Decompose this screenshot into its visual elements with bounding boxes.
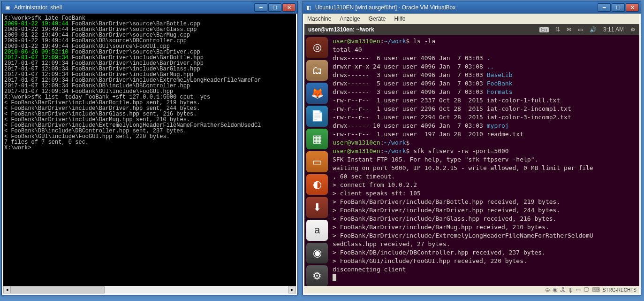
- usb-icon: ψ: [568, 286, 573, 293]
- scroll-thumb[interactable]: [11, 286, 105, 293]
- vb-titlebar[interactable]: ◧ Ubuntu1310EN [wird ausgeführt] - Oracl…: [303, 1, 641, 14]
- terminal-line: disconnecting client: [333, 265, 636, 274]
- terminal-line: -rw-r--r-- 1 user user 2337 Oct 28 2015 …: [333, 96, 636, 105]
- terminal-line: > FooBank/BarDriver/include/BarBottle.hp…: [333, 198, 636, 206]
- terminal-line: > FooBank/BarDriver/include/ExtremelyLon…: [333, 232, 636, 240]
- terminal-line: > FooBank/BarDriver/include/BarGlass.hpp…: [333, 215, 636, 223]
- cmd-console[interactable]: X:\work>sfk late FooBank2009-01-22 19:49…: [3, 14, 296, 286]
- menu-geraete[interactable]: Geräte: [369, 15, 386, 22]
- close-button[interactable]: ✕: [282, 3, 295, 12]
- virtualbox-window: ◧ Ubuntu1310EN [wird ausgeführt] - Oracl…: [303, 1, 641, 295]
- terminal-line: user@vm1310en:~/work$ sfk sftserv -rw -p…: [333, 147, 636, 155]
- shared-folder-icon: ▭: [576, 286, 581, 293]
- display-icon: 🖵: [583, 286, 589, 293]
- mail-icon[interactable]: ✉: [567, 26, 571, 33]
- calc-icon[interactable]: ▦: [306, 129, 328, 150]
- console-line: X:\work>: [4, 145, 295, 151]
- terminal-line: -rw-r--r-- 1 user user 197 Jan 28 2010 r…: [333, 130, 636, 139]
- vb-title: Ubuntu1310EN [wird ausgeführt] - Oracle …: [315, 4, 598, 11]
- keyboard-layout-indicator[interactable]: En: [539, 27, 549, 32]
- ubuntu-one-icon[interactable]: ◐: [306, 174, 328, 195]
- menu-maschine[interactable]: Maschine: [307, 15, 331, 22]
- virtualbox-icon: ◧: [305, 4, 312, 11]
- terminal-line: waiting on port 5000, IP 10.0.2.15 - wri…: [333, 164, 636, 172]
- terminal-line: drwx------ 10 user user 4096 Jan 7 03:03…: [333, 122, 636, 130]
- software-center-icon[interactable]: ⬇: [306, 197, 328, 218]
- terminal-line: drwx------ 3 user user 4096 Jan 7 03:03 …: [333, 88, 636, 96]
- terminal-line: drwx------ 6 user user 4096 Jan 7 03:03 …: [333, 54, 636, 62]
- gnome-topbar[interactable]: user@vm1310en: ~/work En ⇅ ✉ ▭ 🔊 3:11 AM…: [304, 24, 639, 35]
- terminal-line: drwx------ 3 user user 4096 Jan 7 03:03 …: [333, 71, 636, 79]
- terminal-line: SFK Instant FTP 105. For help, type "sfk…: [333, 155, 636, 164]
- terminal-line: > FooBank/BarDriver/include/BarDriver.hp…: [333, 206, 636, 215]
- terminal-line: > FooBank/BarDriver/include/BarMug.hpp r…: [333, 223, 636, 232]
- host-key-label: STRG-RECHTS: [603, 287, 636, 293]
- close-button[interactable]: ✕: [626, 3, 639, 12]
- battery-icon[interactable]: ▭: [578, 26, 583, 33]
- impress-icon[interactable]: ▭: [306, 151, 328, 172]
- horizontal-scrollbar[interactable]: ◄ ►: [3, 286, 296, 293]
- vb-statusbar: ⛀ ◉ 🖧 ψ ▭ 🖵 ⌨ STRG-RECHTS: [304, 286, 639, 293]
- gnome-window-title: user@vm1310en: ~/work: [308, 26, 533, 33]
- cmd-window: ▣ Administrator: shell ━ ☐ ✕ X:\work>sfk…: [1, 1, 298, 295]
- terminal-line: sedClass.hpp received, 27 bytes.: [333, 240, 636, 248]
- terminal-line: , 60 sec timeout.: [333, 172, 636, 181]
- minimize-button[interactable]: ━: [254, 3, 267, 12]
- terminal-line: user@vm1310en:~/work$: [333, 139, 636, 147]
- amazon-icon[interactable]: a: [306, 220, 328, 241]
- firefox-icon[interactable]: 🦊: [306, 83, 328, 104]
- dash-icon[interactable]: ◎: [306, 37, 328, 58]
- scroll-left-button[interactable]: ◄: [3, 286, 11, 293]
- writer-icon[interactable]: 📄: [306, 106, 328, 127]
- mouse-capture-icon: ⌨: [592, 286, 600, 293]
- vb-menubar: Maschine Anzeige Geräte Hilfe: [304, 14, 639, 24]
- files-icon[interactable]: 🗂: [306, 60, 328, 81]
- terminal-line: -rw-r--r-- 1 user user 2296 Oct 28 2015 …: [333, 105, 636, 113]
- network-icon[interactable]: ⇅: [555, 26, 560, 33]
- console-line: 7 files of 7 sent, 0 sec.: [4, 139, 295, 145]
- cmd-title: Administrator: shell: [14, 4, 254, 11]
- unity-launcher: ◎ 🗂 🦊 📄 ▦ ▭ ◐ ⬇ a ◉ ⚙: [304, 35, 330, 286]
- cmd-icon: ▣: [4, 4, 11, 11]
- hd-icon: ⛀: [545, 286, 550, 293]
- terminal-line: > client speaks sft: 105: [333, 189, 636, 198]
- cmd-titlebar[interactable]: ▣ Administrator: shell ━ ☐ ✕: [2, 1, 297, 14]
- scroll-track[interactable]: [11, 286, 288, 293]
- gear-icon[interactable]: ⚙: [630, 26, 636, 33]
- menu-anzeige[interactable]: Anzeige: [340, 15, 360, 22]
- clock[interactable]: 3:11 AM: [603, 26, 624, 33]
- vm-screen[interactable]: user@vm1310en: ~/work En ⇅ ✉ ▭ 🔊 3:11 AM…: [304, 24, 639, 286]
- terminal-line: > FooBank/DB/include/DBController.hpp re…: [333, 248, 636, 257]
- scroll-right-button[interactable]: ►: [288, 286, 296, 293]
- volume-icon[interactable]: 🔊: [590, 26, 597, 33]
- maximize-button[interactable]: ☐: [612, 3, 625, 12]
- disc-icon[interactable]: ◉: [306, 243, 328, 264]
- terminal-line: -rw-r--r-- 1 user user 2294 Oct 28 2015 …: [333, 113, 636, 122]
- terminal-line: drwxr-xr-x 24 user user 4096 Jan 7 03:08…: [333, 62, 636, 71]
- cd-icon: ◉: [553, 286, 557, 293]
- maximize-button[interactable]: ☐: [268, 3, 281, 12]
- terminal[interactable]: user@vm1310en:~/work$ ls -latotal 40drwx…: [330, 35, 639, 286]
- menu-hilfe[interactable]: Hilfe: [394, 15, 405, 22]
- terminal-line: > FooBank/GUI/include/FooGUI.hpp receive…: [333, 257, 636, 265]
- minimize-button[interactable]: ━: [598, 3, 611, 12]
- terminal-line: user@vm1310en:~/work$ ls -la: [333, 37, 636, 46]
- net-icon: 🖧: [560, 286, 566, 293]
- settings-icon[interactable]: ⚙: [306, 265, 328, 286]
- terminal-line: drwx------ 5 user user 4096 Jan 7 03:03 …: [333, 79, 636, 88]
- cursor: [333, 274, 336, 281]
- terminal-line: total 40: [333, 46, 636, 54]
- terminal-line: > connect from 10.0.2.2: [333, 181, 636, 189]
